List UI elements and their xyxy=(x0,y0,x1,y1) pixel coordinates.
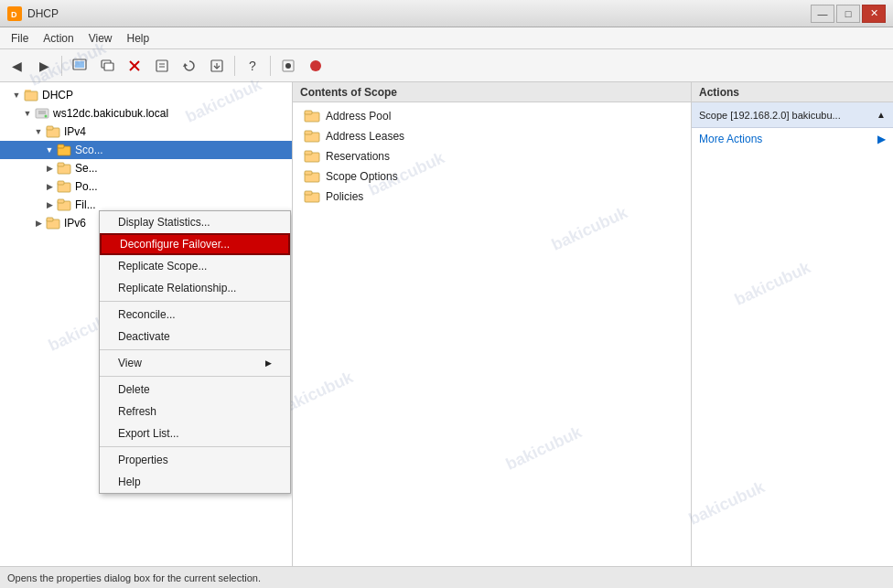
svg-rect-35 xyxy=(47,218,53,221)
svg-rect-43 xyxy=(305,171,312,175)
tree-label-ipv4: IPv4 xyxy=(64,125,86,138)
tree-item-server[interactable]: ▼ ws12dc.bakicubuk.local xyxy=(0,104,292,123)
properties-button[interactable] xyxy=(149,53,175,79)
tree-label-se: Se... xyxy=(75,162,98,175)
menu-view[interactable]: View xyxy=(81,30,120,47)
actions-panel: Actions Scope [192.168.2.0] bakicubu... … xyxy=(692,82,893,566)
status-bar: Opens the properties dialog box for the … xyxy=(0,566,893,588)
menu-action[interactable]: Action xyxy=(36,30,81,47)
scope-item-address-pool[interactable]: Address Pool xyxy=(293,106,691,126)
ctx-deactivate[interactable]: Deactivate xyxy=(100,326,290,347)
scope-item-policies[interactable]: Policies xyxy=(293,187,691,207)
refresh-button[interactable] xyxy=(177,53,202,79)
tree-label-scope: Sco... xyxy=(75,144,103,156)
status-text: Opens the properties dialog box for the … xyxy=(7,572,261,583)
ctx-refresh[interactable]: Refresh xyxy=(100,401,290,422)
tree-label-server: ws12dc.bakicubuk.local xyxy=(53,107,168,120)
expand-ipv4[interactable]: ▼ xyxy=(33,126,44,137)
svg-rect-37 xyxy=(305,111,312,114)
expand-ipv6[interactable]: ▶ xyxy=(33,218,44,229)
ctx-reconcile[interactable]: Reconcile... xyxy=(100,304,290,326)
close-button[interactable]: ✕ xyxy=(862,5,886,23)
separator-3 xyxy=(270,56,271,76)
expand-dhcp[interactable]: ▼ xyxy=(11,90,22,101)
svg-rect-5 xyxy=(104,63,113,70)
svg-rect-31 xyxy=(58,181,64,185)
ctx-export-list[interactable]: Export List... xyxy=(100,422,290,444)
minimize-button[interactable]: — xyxy=(811,5,834,23)
expand-server[interactable]: ▼ xyxy=(22,108,33,119)
tree-label-ipv6: IPv6 xyxy=(64,217,86,230)
svg-rect-33 xyxy=(58,199,64,203)
tree-item-ipv4[interactable]: ▼ IPv4 xyxy=(0,123,292,141)
svg-text:D: D xyxy=(11,10,17,19)
ctx-deconfigure-failover[interactable]: Deconfigure Failover... xyxy=(100,233,290,255)
svg-rect-27 xyxy=(58,144,64,148)
menu-help[interactable]: Help xyxy=(120,30,157,47)
tree-label-po: Po... xyxy=(75,180,98,193)
expand-scope[interactable]: ▼ xyxy=(44,144,55,155)
help-button[interactable]: ? xyxy=(240,53,265,79)
scope-button[interactable] xyxy=(275,53,301,79)
up-button[interactable] xyxy=(67,53,92,79)
tree-item-scope[interactable]: ▼ Sco... xyxy=(0,141,292,159)
ctx-sep-2 xyxy=(100,349,290,350)
ctx-sep-1 xyxy=(100,301,290,302)
scope-items-list: Address Pool Address Leases Reservations xyxy=(293,102,691,210)
action-scope-label[interactable]: Scope [192.168.2.0] bakicubu... ▲ xyxy=(692,102,893,128)
svg-rect-45 xyxy=(305,191,312,195)
title-bar: D DHCP — □ ✕ xyxy=(0,0,893,27)
collapse-icon[interactable]: ▲ xyxy=(877,110,886,120)
svg-rect-3 xyxy=(75,61,84,68)
expand-po[interactable]: ▶ xyxy=(44,181,55,192)
actions-header: Actions xyxy=(692,82,893,102)
ctx-help[interactable]: Help xyxy=(100,471,290,493)
menu-file[interactable]: File xyxy=(4,30,36,47)
main-content: ▼ DHCP ▼ ws12dc.bakicubuk.local xyxy=(0,82,893,566)
window-controls[interactable]: — □ ✕ xyxy=(811,5,886,23)
ctx-replicate-scope[interactable]: Replicate Scope... xyxy=(100,255,290,277)
svg-marker-11 xyxy=(183,63,188,67)
app-icon: D xyxy=(7,6,22,21)
ctx-delete[interactable]: Delete xyxy=(100,379,290,401)
ctx-sep-4 xyxy=(100,446,290,447)
tree-label-fil: Fil... xyxy=(75,198,96,211)
back-button[interactable]: ◀ xyxy=(4,53,29,79)
svg-rect-39 xyxy=(305,131,312,134)
scope-item-address-leases[interactable]: Address Leases xyxy=(293,126,691,146)
ctx-view[interactable]: View xyxy=(100,352,290,374)
record-button[interactable] xyxy=(303,53,328,79)
svg-rect-29 xyxy=(58,163,64,166)
ctx-replicate-relationship[interactable]: Replicate Relationship... xyxy=(100,277,290,299)
more-actions[interactable]: More Actions ▶ xyxy=(692,128,893,150)
delete-button[interactable] xyxy=(122,53,147,79)
scope-item-scope-options[interactable]: Scope Options xyxy=(293,166,691,187)
tree-label-dhcp: DHCP xyxy=(42,89,73,102)
maximize-button[interactable]: □ xyxy=(836,5,860,23)
menu-bar: File Action View Help xyxy=(0,27,893,49)
ctx-sep-3 xyxy=(100,376,290,377)
svg-rect-25 xyxy=(47,126,53,130)
toolbar: ◀ ▶ ? xyxy=(0,49,893,82)
new-window-button[interactable] xyxy=(94,53,120,79)
svg-point-23 xyxy=(45,115,48,118)
svg-rect-15 xyxy=(285,63,291,69)
ctx-properties[interactable]: Properties xyxy=(100,449,290,471)
forward-button[interactable]: ▶ xyxy=(31,53,57,79)
tree-item-po[interactable]: ▶ Po... xyxy=(0,177,292,196)
export-button[interactable] xyxy=(204,53,230,79)
expand-se[interactable]: ▶ xyxy=(44,163,55,174)
center-panel-header: Contents of Scope xyxy=(293,82,691,102)
tree-item-dhcp[interactable]: ▼ DHCP xyxy=(0,86,292,104)
svg-rect-41 xyxy=(305,151,312,155)
expand-fil[interactable]: ▶ xyxy=(44,199,55,210)
separator-2 xyxy=(234,56,235,76)
app-title: DHCP xyxy=(27,7,59,20)
scope-item-reservations[interactable]: Reservations xyxy=(293,146,691,166)
tree-item-se[interactable]: ▶ Se... xyxy=(0,159,292,177)
submenu-arrow-icon: ▶ xyxy=(877,133,886,145)
separator-1 xyxy=(61,56,62,76)
svg-point-16 xyxy=(310,60,321,71)
ctx-display-stats[interactable]: Display Statistics... xyxy=(100,211,290,233)
context-menu: Display Statistics... Deconfigure Failov… xyxy=(99,210,291,494)
